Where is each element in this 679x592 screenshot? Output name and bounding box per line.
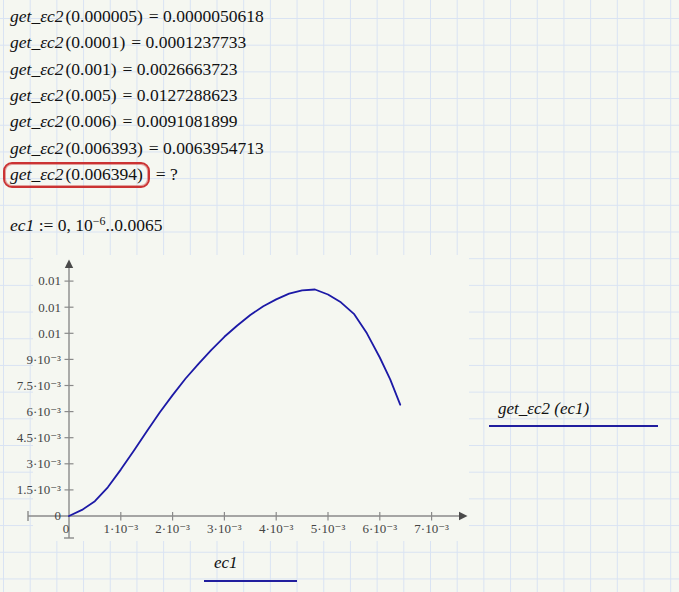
worksheet: get_εc2(0.000005)= 0.0000050618 get_εc2(… (0, 0, 679, 592)
y-tick-label: 7.5·10⁻³ (17, 378, 61, 393)
y-tick-label: 6·10⁻³ (26, 404, 61, 419)
y-origin-label: 0 (55, 508, 62, 523)
y-tick-label: 4.5·10⁻³ (17, 430, 61, 445)
y-trace-expression: get_εc2 (ec1) (498, 399, 589, 418)
x-tick-label: 3·10⁻³ (207, 521, 242, 536)
y-tick-label: 3·10⁻³ (26, 456, 61, 471)
x-tick-label: 7·10⁻³ (414, 521, 449, 536)
x-tick-label: 5·10⁻³ (311, 521, 346, 536)
x-tick-label: 2·10⁻³ (155, 521, 190, 536)
x-variable-expression: ec1 (214, 553, 238, 572)
x-origin-label: 0 (63, 521, 70, 536)
y-tick-label: 9·10⁻³ (26, 352, 61, 367)
x-tick-label: 1·10⁻³ (104, 521, 139, 536)
y-tick-label: 0.01 (38, 326, 61, 341)
y-tick-label: 1.5·10⁻³ (17, 482, 61, 497)
x-axis-variable-label[interactable]: ec1 (204, 553, 297, 582)
x-tick-label: 4·10⁻³ (259, 521, 294, 536)
y-tick-label: 0.01 (38, 300, 61, 315)
x-tick-label: 6·10⁻³ (363, 521, 398, 536)
y-tick-label: 0.01 (38, 273, 61, 288)
y-axis-trace-label[interactable]: get_εc2 (ec1) (489, 399, 658, 427)
xy-plot[interactable]: 1·10⁻³2·10⁻³3·10⁻³4·10⁻³5·10⁻³6·10⁻³7·10… (0, 0, 679, 592)
